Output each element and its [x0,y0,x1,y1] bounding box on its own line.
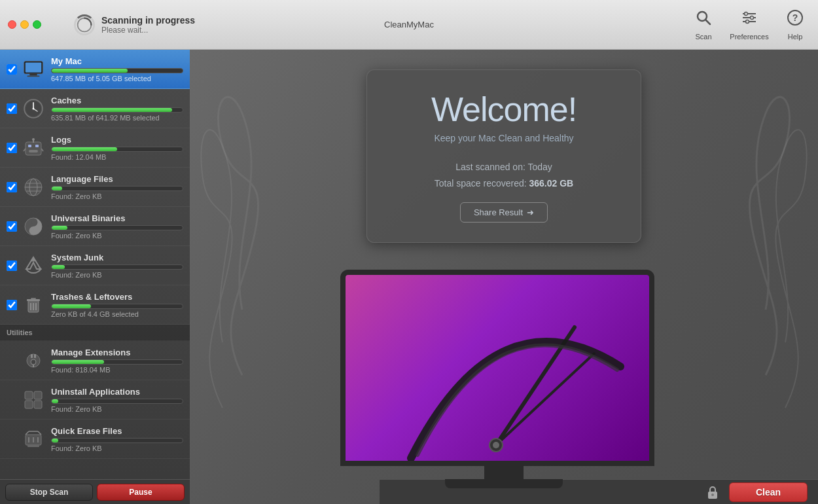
manage-extensions-progress-fill [52,360,104,364]
universal-binaries-subtitle: Found: Zero KB [51,232,183,240]
scan-button[interactable]: Scan [681,0,726,50]
trashes-text: Trashes & Leftovers Zero KB of 4.4 GB se… [51,292,183,318]
mac-icon [21,57,46,82]
sidebar-bottom-buttons: Stop Scan Pause [0,479,190,504]
welcome-card: Welcome! Keep your Mac Clean and Healthy… [366,69,641,243]
caches-progress-fill [52,108,172,112]
system-junk-checkbox[interactable] [7,261,17,271]
maximize-button[interactable] [33,20,41,29]
svg-rect-43 [31,354,33,358]
svg-rect-12 [26,62,42,72]
system-junk-text: System Junk Found: Zero KB [51,253,183,279]
logs-progress-fill [52,147,117,151]
sidebar-item-my-mac[interactable]: My Mac 647.85 MB of 5.05 GB selected [0,50,190,89]
svg-rect-13 [29,73,37,75]
total-space-label: Total space recovered: [435,178,527,189]
sidebar-item-trashes[interactable]: Trashes & Leftovers Zero KB of 4.4 GB se… [0,285,190,325]
scanning-sub-text: Please wait... [101,26,195,35]
minimize-button[interactable] [20,20,29,29]
language-files-title: Language Files [51,174,183,184]
caches-text: Caches 635.81 MB of 641.92 MB selected [51,96,183,122]
svg-line-54 [38,431,41,435]
app-title: CleanMyMac [384,20,434,29]
svg-rect-37 [27,299,40,301]
caches-title: Caches [51,96,183,105]
svg-point-64 [711,494,714,496]
sidebar-item-manage-extensions[interactable]: Manage Extensions Found: 818.04 MB [0,341,190,380]
recycle-icon [21,253,46,278]
manage-extensions-subtitle: Found: 818.04 MB [51,366,183,374]
quick-erase-text: Quick Erase Files Found: Zero KB [51,426,183,452]
sidebar-resize-handle[interactable] [185,480,190,504]
svg-text:?: ? [792,12,798,23]
share-result-button[interactable]: Share Result ➜ [460,202,548,223]
uninstall-apps-subtitle: Found: Zero KB [51,405,183,413]
logs-subtitle: Found: 12.04 MB [51,153,183,161]
my-mac-checkbox[interactable] [7,64,17,75]
language-files-text: Language Files Found: Zero KB [51,174,183,200]
svg-rect-48 [34,391,42,399]
sidebar-item-language-files[interactable]: Language Files Found: Zero KB [0,168,190,207]
language-files-progress-bar [51,186,183,191]
title-bar: Scanning in progress Please wait... Clea… [0,0,818,50]
help-label: Help [788,33,803,41]
logs-checkbox[interactable] [7,143,17,153]
my-mac-text: My Mac 647.85 MB of 5.05 GB selected [51,56,183,82]
sidebar-item-uninstall-apps[interactable]: Uninstall Applications Found: Zero KB [0,380,190,420]
scanning-text: Scanning in progress Please wait... [101,15,195,35]
share-icon: ➜ [527,207,534,217]
clock-icon [21,96,46,121]
total-space-value: 366.02 GB [529,178,574,189]
svg-rect-44 [34,354,36,358]
svg-rect-38 [31,298,36,299]
mac-screen-outer [340,270,654,466]
system-junk-title: System Junk [51,253,183,262]
preferences-label: Preferences [730,33,768,41]
svg-rect-47 [25,391,33,399]
lock-button[interactable] [703,482,722,502]
svg-line-2 [706,20,711,25]
quick-erase-progress-fill [52,439,58,442]
preferences-button[interactable]: Preferences [726,0,772,50]
yin-yang-icon [21,214,46,239]
sidebar-item-logs[interactable]: Logs Found: 12.04 MB [0,128,190,168]
scanning-status: Scanning in progress Please wait... [74,14,195,35]
robot-icon [21,135,46,160]
pause-button[interactable]: Pause [97,484,185,501]
main-content: Welcome! Keep your Mac Clean and Healthy… [190,50,818,504]
universal-binaries-checkbox[interactable] [7,221,17,232]
stop-scan-button[interactable]: Stop Scan [5,484,93,501]
svg-rect-20 [26,142,41,155]
trashes-title: Trashes & Leftovers [51,292,183,302]
language-files-checkbox[interactable] [7,182,17,192]
trashes-checkbox[interactable] [7,300,17,310]
uninstall-apps-progress-bar [51,399,183,404]
language-files-progress-fill [52,187,62,190]
close-button[interactable] [8,20,16,29]
manage-extensions-progress-bar [51,359,183,365]
svg-rect-23 [29,150,38,153]
svg-point-34 [32,221,35,224]
my-mac-subtitle: 647.85 MB of 5.05 GB selected [51,75,183,82]
erase-icon [21,427,46,452]
my-mac-title: My Mac [51,56,183,66]
total-space-text: Total space recovered: 366.02 GB [393,175,614,192]
clean-button[interactable]: Clean [729,482,808,502]
scan-label: Scan [695,33,711,41]
svg-point-62 [493,442,499,448]
uninstall-apps-title: Uninstall Applications [51,387,183,397]
caches-checkbox[interactable] [7,103,17,114]
svg-rect-14 [27,75,40,77]
help-button[interactable]: ? Help [772,0,818,50]
sidebar-item-system-junk[interactable]: System Junk Found: Zero KB [0,246,190,285]
trashes-subtitle: Zero KB of 4.4 GB selected [51,310,183,318]
svg-point-7 [751,16,754,20]
svg-rect-50 [34,401,42,408]
sidebar-item-caches[interactable]: Caches 635.81 MB of 641.92 MB selected [0,89,190,128]
trash-icon [21,293,46,317]
sidebar-item-universal-binaries[interactable]: Universal Binaries Found: Zero KB [0,207,190,246]
quick-erase-subtitle: Found: Zero KB [51,444,183,452]
last-scanned-text: Last scanned on: Today [393,159,614,175]
sidebar-item-quick-erase[interactable]: Quick Erase Files Found: Zero KB [0,420,190,459]
svg-rect-52 [27,445,39,447]
